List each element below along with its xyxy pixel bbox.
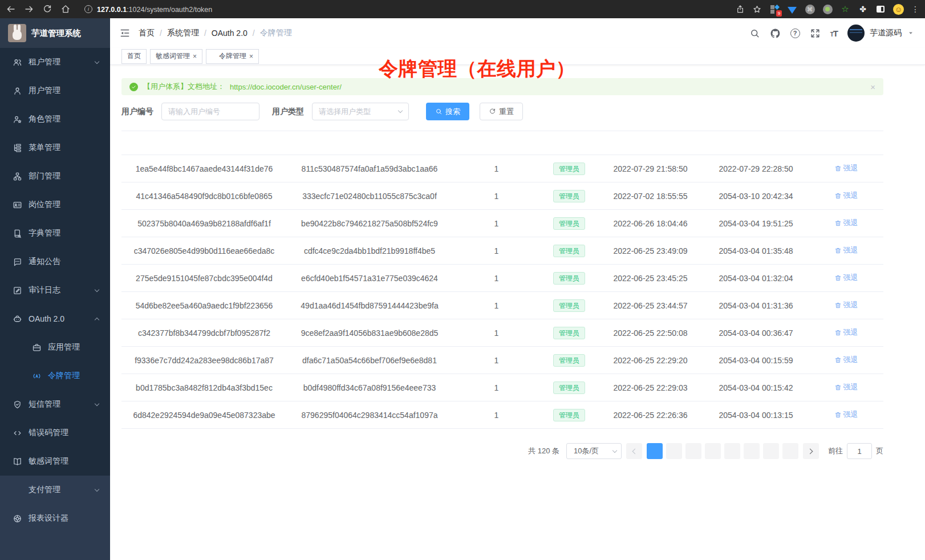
create-time-cell: 2022-07-02 18:55:55	[598, 192, 703, 201]
access-token-cell: 6d842e2924594de9a09e45e087323abe	[121, 411, 287, 420]
force-logout-button[interactable]: 强退	[834, 245, 858, 255]
sidebar-item[interactable]: 菜单管理	[0, 133, 110, 162]
alert-close-icon[interactable]: ×	[870, 82, 875, 92]
page-button[interactable]	[685, 443, 701, 459]
close-icon[interactable]: ×	[193, 52, 197, 60]
trash-icon	[834, 165, 842, 172]
font-size-icon[interactable]: TT	[830, 29, 838, 38]
page-button[interactable]	[782, 443, 798, 459]
force-logout-button[interactable]: 强退	[834, 163, 858, 173]
pinwheel-extension-icon[interactable]: ✤	[858, 4, 868, 14]
refresh-token-cell: dfa6c71a50a54c66bef706ef9e6e8d81	[287, 356, 452, 365]
caret-down-icon[interactable]	[907, 29, 915, 37]
search-icon[interactable]	[749, 28, 760, 39]
tab-tag[interactable]: 令牌管理 ×	[206, 49, 259, 64]
bookmark-star-icon[interactable]	[752, 5, 762, 14]
force-logout-button[interactable]: 强退	[834, 218, 858, 228]
force-logout-button[interactable]: 强退	[834, 355, 858, 365]
collapse-sidebar-icon[interactable]	[119, 27, 131, 39]
sidebar-item[interactable]: 错误码管理	[0, 419, 110, 447]
command-extension-icon[interactable]: ⌘	[805, 4, 815, 14]
sidebar-item[interactable]: 字典管理	[0, 219, 110, 247]
page-button[interactable]	[647, 443, 663, 459]
breadcrumb-home[interactable]: 首页	[139, 28, 155, 38]
table-row: 54d6be82ee5a460a9aedc1f9bf223656 49d1aa4…	[121, 292, 883, 319]
chevron-icon	[95, 401, 99, 406]
user-id-cell: 1	[452, 383, 541, 392]
star-extension-icon[interactable]: ☆	[840, 4, 850, 14]
force-logout-button[interactable]: 强退	[834, 273, 858, 283]
gem-extension-icon[interactable]	[787, 4, 797, 14]
home-icon[interactable]	[60, 4, 71, 14]
user-type-badge: 管理员	[553, 190, 585, 202]
sidepanel-icon[interactable]	[875, 4, 886, 14]
breadcrumb-system[interactable]: 系统管理	[167, 28, 199, 38]
tab-tag[interactable]: 敏感词管理 ×	[150, 49, 202, 64]
page-button[interactable]	[666, 443, 682, 459]
sidebar-item[interactable]: OAuth 2.0	[0, 305, 110, 333]
oauth-icon	[13, 314, 22, 324]
force-logout-button[interactable]: 强退	[834, 190, 858, 201]
next-page-button[interactable]	[803, 443, 819, 459]
force-logout-button[interactable]: 强退	[834, 382, 858, 392]
search-button[interactable]: 搜索	[426, 103, 469, 120]
site-info-icon[interactable]: i	[84, 5, 92, 13]
user-id-input[interactable]	[161, 103, 259, 120]
sidebar-item[interactable]: 支付管理	[0, 476, 110, 504]
goto-page-input[interactable]	[847, 443, 872, 459]
github-icon[interactable]	[770, 28, 781, 39]
reload-icon[interactable]	[42, 4, 52, 14]
fullscreen-icon[interactable]	[810, 28, 821, 39]
page-size-select[interactable]: 10条/页	[566, 443, 622, 459]
sidebar-item[interactable]: 审计日志	[0, 276, 110, 305]
page-button[interactable]	[724, 443, 740, 459]
table-row: c342377bf8b344799dcbf7bf095287f2 9ce8ef2…	[121, 319, 883, 347]
refresh-token-cell: e6cfd40eb1f54571a31e775e039c4624	[287, 274, 452, 283]
help-icon[interactable]: ?	[790, 29, 800, 38]
force-logout-button[interactable]: 强退	[834, 300, 858, 310]
access-token-cell: 41c41346a548490f9dc8b01c6bfe0865	[121, 192, 287, 201]
sidebar-item-label: 敏感词管理	[29, 456, 68, 466]
recorder-extension-icon[interactable]	[822, 4, 833, 14]
expire-time-cell: 2054-03-04 00:15:42	[703, 383, 809, 392]
sidebar-item[interactable]: 部门管理	[0, 162, 110, 190]
back-icon[interactable]	[6, 4, 16, 14]
force-logout-button[interactable]: 强退	[834, 409, 858, 420]
tab-tag[interactable]: 首页	[121, 49, 147, 64]
close-icon[interactable]: ×	[249, 52, 253, 60]
reset-button[interactable]: 重置	[480, 103, 523, 120]
refresh-token-cell: cdfc4ce9c2da4bb1bdf21b9918ff4be5	[287, 246, 452, 255]
sidebar-item[interactable]: 角色管理	[0, 105, 110, 133]
sidebar-item[interactable]: 用户管理	[0, 76, 110, 105]
sidebar-item[interactable]: 岗位管理	[0, 190, 110, 219]
user-avatar[interactable]	[847, 25, 865, 42]
user-type-select[interactable]: 请选择用户类型	[312, 103, 409, 120]
logo-rabbit-avatar	[8, 24, 26, 42]
sidebar-item[interactable]: 令牌管理	[0, 362, 110, 390]
sidebar-item[interactable]: 短信管理	[0, 390, 110, 419]
sidebar-item[interactable]: 报表设计器	[0, 504, 110, 533]
app-title: 芋道管理系统	[31, 28, 81, 39]
forward-icon[interactable]	[24, 4, 34, 14]
sidebar-item[interactable]: 敏感词管理	[0, 447, 110, 476]
sidebar-item[interactable]: 通知公告	[0, 247, 110, 276]
username[interactable]: 芋道源码	[870, 28, 902, 38]
goto-label: 前往	[828, 446, 843, 456]
force-logout-button[interactable]: 强退	[834, 327, 858, 338]
sidebar-item[interactable]: 应用管理	[0, 333, 110, 362]
share-icon[interactable]	[736, 5, 745, 14]
tag-label: 敏感词管理	[156, 51, 190, 61]
page-button[interactable]	[744, 443, 760, 459]
browser-menu-icon[interactable]: ⋮	[911, 5, 919, 14]
sidebar-item[interactable]: 租户管理	[0, 48, 110, 76]
table-row: 275e5de9151045fe87cbdc395e004f4d e6cfd40…	[121, 265, 883, 292]
address-bar[interactable]: i 127.0.0.1:1024/system/oauth2/token	[79, 2, 592, 16]
app-logo[interactable]: 芋道管理系统	[0, 18, 110, 48]
breadcrumb-oauth[interactable]: OAuth 2.0	[212, 29, 248, 38]
prev-page-button[interactable]	[626, 443, 642, 459]
doc-link[interactable]: https://doc.iocoder.cn/user-center/	[230, 83, 342, 91]
page-button[interactable]	[763, 443, 779, 459]
browser-profile-avatar[interactable]: ☺	[893, 4, 904, 15]
page-button[interactable]	[705, 443, 721, 459]
extension-grid-icon[interactable]: 9	[769, 4, 780, 14]
